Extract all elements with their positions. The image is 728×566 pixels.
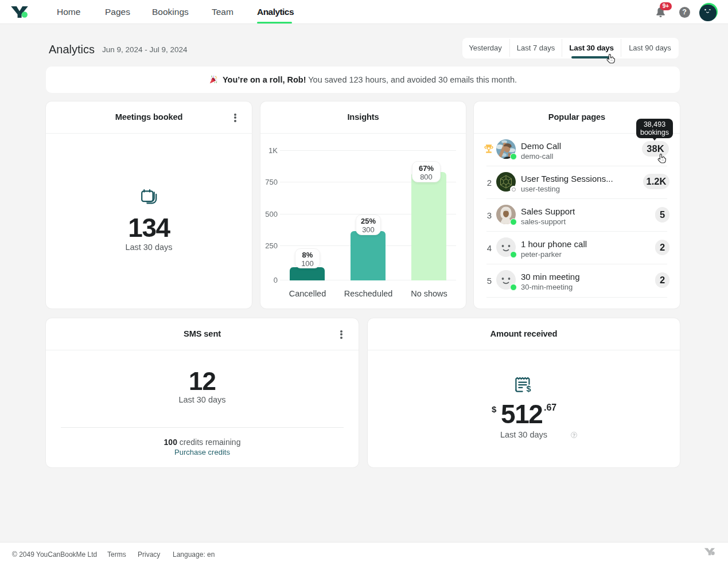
svg-text:$: $ xyxy=(527,384,531,393)
